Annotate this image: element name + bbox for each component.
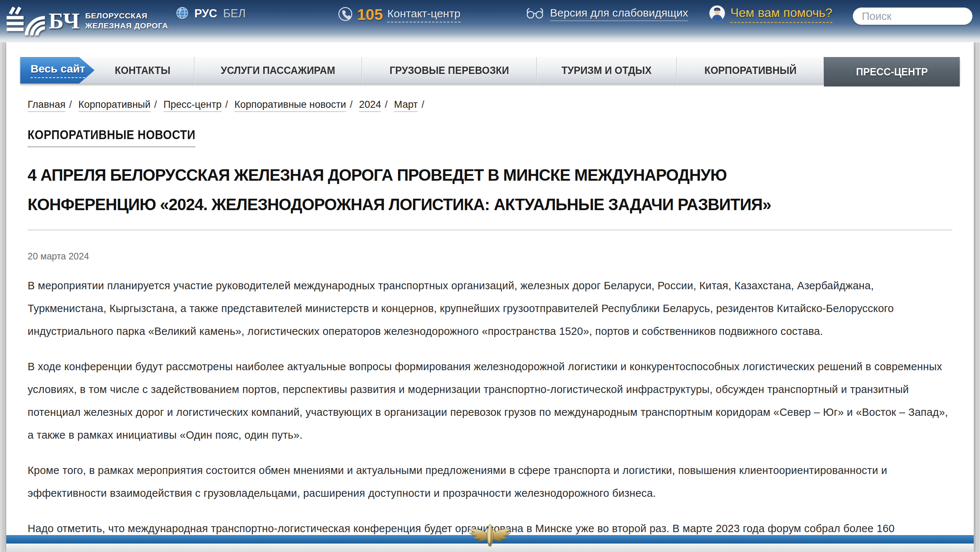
headline-divider bbox=[28, 230, 952, 230]
assistant-avatar-icon bbox=[709, 5, 725, 23]
glasses-icon bbox=[526, 7, 545, 21]
breadcrumb-corporate[interactable]: Корпоративный bbox=[78, 99, 151, 112]
main-navigation: Весь сайт КОНТАКТЫ УСЛУГИ ПАССАЖИРАМ ГРУ… bbox=[20, 57, 960, 84]
tab-tourism[interactable]: ТУРИЗМ И ОТДЫХ bbox=[537, 57, 677, 84]
site-header: БЧ БЕЛОРУССКАЯ ЖЕЛЕЗНАЯ ДОРОГА РУС БЕЛ 1… bbox=[0, 0, 980, 42]
railway-logo-icon bbox=[5, 5, 46, 36]
search-box bbox=[853, 7, 973, 25]
contact-center-link[interactable]: Контакт-центр bbox=[387, 7, 461, 22]
contact-phone-number: 105 bbox=[357, 6, 383, 24]
lang-rus-button[interactable]: РУС bbox=[194, 7, 217, 20]
section-title: КОРПОРАТИВНЫЕ НОВОСТИ bbox=[28, 127, 196, 147]
phone-icon bbox=[338, 6, 353, 23]
article-body: В мероприятии планируется участие руково… bbox=[28, 274, 952, 552]
article-date: 20 марта 2024 bbox=[28, 251, 952, 262]
breadcrumb-press-center[interactable]: Пресс-центр bbox=[164, 99, 222, 112]
help-link[interactable]: Чем вам помочь? bbox=[730, 6, 832, 23]
breadcrumb-home[interactable]: Главная bbox=[28, 99, 65, 112]
breadcrumb-march[interactable]: Март bbox=[394, 99, 418, 112]
contact-center: 105 Контакт-центр bbox=[338, 6, 461, 24]
breadcrumb-corporate-news[interactable]: Корпоративные новости bbox=[234, 99, 346, 112]
lang-bel-button[interactable]: БЕЛ bbox=[223, 7, 245, 20]
logo-company-name: БЕЛОРУССКАЯ ЖЕЛЕЗНАЯ ДОРОГА bbox=[85, 11, 168, 30]
accessibility-version: Версия для слабовидящих bbox=[526, 6, 688, 21]
accessibility-version-link[interactable]: Версия для слабовидящих bbox=[550, 6, 688, 21]
tab-freight[interactable]: ГРУЗОВЫЕ ПЕРЕВОЗКИ bbox=[362, 57, 537, 84]
help-widget: Чем вам помочь? bbox=[709, 5, 832, 23]
tab-passenger-services[interactable]: УСЛУГИ ПАССАЖИРАМ bbox=[194, 57, 362, 84]
language-switcher: РУС БЕЛ bbox=[176, 6, 245, 21]
logo-abbreviation: БЧ bbox=[49, 8, 80, 34]
article-paragraph: В мероприятии планируется участие руково… bbox=[28, 274, 952, 343]
site-logo[interactable]: БЧ БЕЛОРУССКАЯ ЖЕЛЕЗНАЯ ДОРОГА bbox=[5, 5, 168, 36]
all-site-label: Весь сайт bbox=[30, 63, 85, 78]
article-paragraph: Кроме того, в рамках мероприятия состоит… bbox=[28, 459, 952, 504]
tab-corporate[interactable]: КОРПОРАТИВНЫЙ bbox=[677, 57, 824, 84]
tab-press-center[interactable]: ПРЕСС-ЦЕНТР bbox=[824, 57, 960, 86]
article-paragraph: В ходе конференции будут рассмотрены наи… bbox=[28, 355, 952, 446]
globe-icon bbox=[176, 6, 188, 21]
article-headline: 4 АПРЕЛЯ БЕЛОРУССКАЯ ЖЕЛЕЗНАЯ ДОРОГА ПРО… bbox=[28, 160, 952, 219]
article-content: Главная/ Корпоративный/ Пресс-центр/ Кор… bbox=[6, 99, 974, 552]
breadcrumb: Главная/ Корпоративный/ Пресс-центр/ Кор… bbox=[28, 99, 952, 110]
all-site-button[interactable]: Весь сайт bbox=[20, 57, 95, 84]
breadcrumb-2024[interactable]: 2024 bbox=[359, 99, 381, 112]
content-card: Весь сайт КОНТАКТЫ УСЛУГИ ПАССАЖИРАМ ГРУ… bbox=[6, 42, 974, 552]
tab-contacts[interactable]: КОНТАКТЫ bbox=[80, 57, 194, 84]
search-input[interactable] bbox=[853, 10, 973, 22]
